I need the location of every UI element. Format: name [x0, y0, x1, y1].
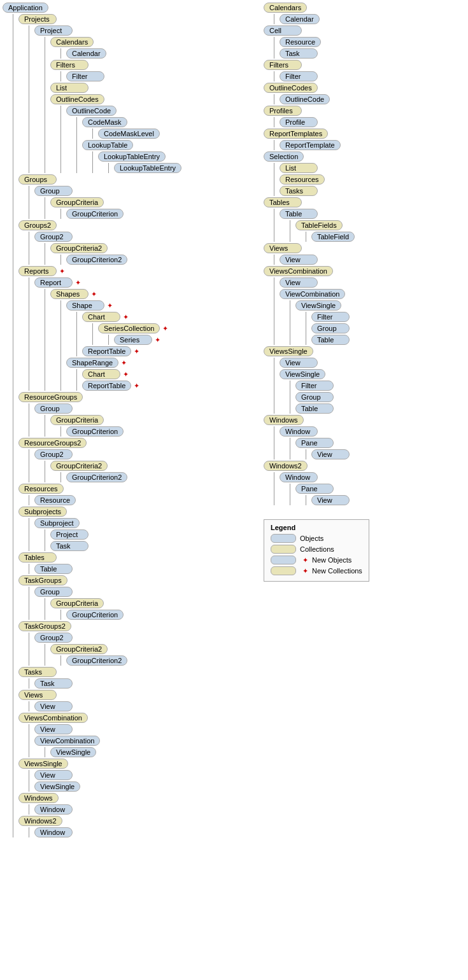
tree-children: Window — [29, 804, 257, 815]
tree-children: GroupCriteriaGroupCriterion — [45, 598, 257, 620]
node-label: ViewsCombination — [18, 713, 88, 723]
tree-children: Calendar — [60, 48, 257, 59]
new-star-icon: ✦ — [123, 370, 129, 379]
tree-node: Series✦ — [114, 335, 257, 345]
tree-node: GroupCriteria — [50, 415, 257, 425]
tree-node: Selection — [264, 151, 467, 162]
tree-node: View — [280, 255, 467, 265]
tree-node: View — [34, 770, 257, 780]
node-label: Tasks — [280, 186, 318, 196]
tree-children: Chart✦ReportTable✦ — [76, 369, 257, 391]
tree-children: OutlineCodeCodeMaskCodeMaskLevelLookupTa… — [60, 106, 257, 173]
node-label: GroupCriterion — [66, 209, 124, 219]
legend-col-label: Collections — [300, 545, 334, 553]
tree-node: View — [311, 495, 467, 505]
tree-children: CalendarsCalendarFiltersFilterListOutlin… — [45, 37, 257, 173]
node-label: Pane — [295, 438, 334, 448]
node-label: Task — [34, 678, 73, 689]
node-label: Report — [34, 277, 73, 288]
tree-node: ViewsSingle — [18, 759, 257, 769]
tree-node: LookupTable — [82, 140, 257, 150]
left-column: Application ProjectsProjectCalendarsCale… — [3, 3, 257, 839]
tree-node: Resources — [280, 174, 467, 185]
node-label: Chart — [82, 369, 120, 379]
tree-children: ViewViewSingleFilterGroupTable — [274, 358, 467, 414]
tree-node: ViewCombination — [280, 289, 467, 299]
tree-node: View — [280, 277, 467, 288]
legend-title: Legend — [271, 524, 362, 531]
node-label: LookupTableEntry — [114, 163, 181, 173]
tree-children: PaneView — [290, 438, 467, 459]
node-label: Table — [311, 335, 350, 345]
node-label: Resources — [280, 174, 325, 185]
tree-node: CodeMask — [82, 117, 257, 127]
tree-node: Task — [50, 541, 257, 551]
tree-node: Project — [50, 529, 257, 540]
node-label: GroupCriterion — [66, 610, 124, 620]
node-label: CodeMask — [82, 117, 127, 127]
node-label: Subproject — [34, 518, 80, 528]
tree-node: OutlineCode — [280, 94, 467, 104]
node-label: Shapes — [50, 289, 89, 299]
node-label: GroupCriterion2 — [66, 655, 127, 666]
tree-children: GroupCriterion — [60, 209, 257, 219]
tree-node: TableFields — [295, 220, 467, 230]
node-label: Selection — [264, 151, 304, 162]
tree-children: ViewSingle — [45, 747, 257, 757]
node-label: ResourceGroups2 — [18, 438, 87, 448]
tree-children: GroupGroupCriteriaGroupCriterion — [29, 186, 257, 219]
node-label: Profile — [280, 117, 318, 127]
tree-node: List — [280, 163, 467, 173]
app-root-node: Application — [3, 3, 257, 13]
node-label: GroupCriteria2 — [50, 243, 108, 253]
tree-node: Window — [280, 472, 467, 482]
node-label: ReportTable — [82, 346, 131, 356]
tree-node: Table — [280, 209, 467, 219]
legend-newobj-star: ✦ — [302, 556, 308, 564]
tree-node: Filter — [66, 71, 257, 81]
node-label: Filters — [50, 60, 89, 70]
tree-node: SeriesCollection✦ — [98, 323, 257, 333]
tree-node: ShapeRange✦ — [66, 358, 257, 368]
node-label: TableFields — [295, 220, 343, 230]
tree-node: Group — [295, 392, 467, 402]
node-label: ShapeRange — [66, 358, 118, 368]
legend-newobj-label: New Objects — [312, 556, 351, 564]
tree-children: ListResourcesTasks — [274, 163, 467, 196]
node-label: Filters — [264, 60, 302, 70]
tree-node: Reports✦ — [18, 266, 257, 276]
tree-node: ViewsSingle — [264, 346, 467, 356]
node-label: View — [34, 701, 73, 711]
node-label: Resource — [34, 495, 76, 505]
right-tree: CalendarsCalendarCellResourceTaskFilters… — [264, 3, 467, 505]
tree-children: ResourceTask — [274, 37, 467, 59]
tree-node: ReportTable✦ — [82, 381, 257, 391]
tree-children: TableTableFieldsTableField — [274, 209, 467, 242]
tree-node: Table — [311, 335, 467, 345]
node-label: Resource — [280, 37, 321, 47]
tree-node: Views — [264, 243, 467, 253]
tree-children: GroupGroupCriteriaGroupCriterion — [29, 403, 257, 437]
node-label: Filter — [280, 71, 318, 81]
tree-node: GroupCriteria2 — [50, 644, 257, 654]
node-label: Tasks — [18, 667, 57, 677]
tree-node: ReportTemplates — [264, 129, 467, 139]
tree-node: Group — [311, 323, 467, 333]
tree-node: Pane — [295, 484, 467, 494]
tree-node: Table — [34, 564, 257, 574]
tree-node: GroupCriteria — [50, 197, 257, 207]
node-label: Group — [34, 186, 73, 196]
node-label: TaskGroups2 — [18, 621, 71, 631]
tree-node: View — [34, 701, 257, 711]
page-container: Application ProjectsProjectCalendarsCale… — [0, 0, 468, 841]
node-label: Window — [280, 426, 318, 437]
tree-node: ReportTable✦ — [82, 346, 257, 356]
tree-node: Filter — [295, 381, 467, 391]
node-label: Calendars — [264, 3, 307, 13]
tree-children: GroupGroupCriteriaGroupCriterion — [29, 587, 257, 620]
tree-node: Shape✦ — [66, 300, 257, 311]
tree-children: GroupCriteriaGroupCriterion — [45, 197, 257, 219]
tree-node: Report✦ — [34, 277, 257, 288]
tree-children: Calendar — [274, 14, 467, 24]
tree-node: Project — [34, 25, 257, 36]
